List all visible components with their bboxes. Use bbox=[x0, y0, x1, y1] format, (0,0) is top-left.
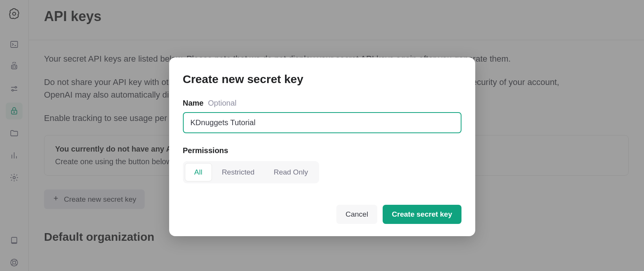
modal-actions: Cancel Create secret key bbox=[183, 205, 461, 224]
permissions-group: All Restricted Read Only bbox=[183, 161, 319, 183]
create-key-modal: Create new secret key Name Optional Perm… bbox=[169, 57, 475, 236]
permission-all-button[interactable]: All bbox=[185, 163, 212, 181]
modal-title: Create new secret key bbox=[183, 73, 461, 86]
permission-restricted-button[interactable]: Restricted bbox=[213, 163, 264, 181]
create-secret-key-button[interactable]: Create secret key bbox=[383, 205, 461, 224]
cancel-button[interactable]: Cancel bbox=[336, 205, 377, 224]
name-field-label: Name Optional bbox=[183, 99, 461, 108]
name-input[interactable] bbox=[183, 112, 461, 133]
permissions-label: Permissions bbox=[183, 146, 461, 155]
modal-overlay[interactable]: Create new secret key Name Optional Perm… bbox=[0, 0, 644, 271]
name-label-text: Name bbox=[183, 99, 204, 107]
permission-readonly-button[interactable]: Read Only bbox=[264, 163, 317, 181]
name-optional-text: Optional bbox=[208, 99, 237, 107]
